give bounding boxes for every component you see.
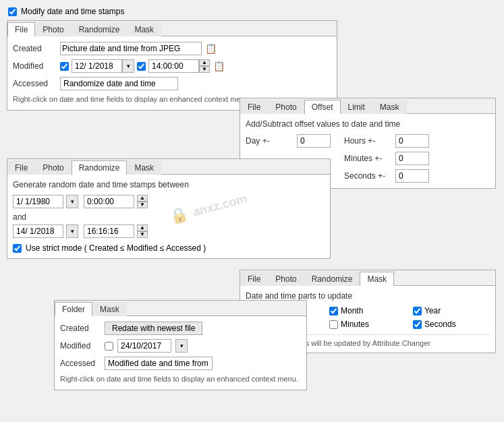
- modified-date-dropdown-btn[interactable]: ▾: [122, 59, 134, 73]
- tab-randomize[interactable]: Randomize: [72, 22, 128, 36]
- modified-time-input[interactable]: [148, 59, 199, 73]
- from-time-input[interactable]: [84, 195, 134, 208]
- modified-time-up[interactable]: ▲: [199, 59, 210, 66]
- generate-text: Generate random date and time stamps bet…: [13, 180, 325, 189]
- folder-hint: Right-click on date and time fields to d…: [60, 374, 301, 384]
- to-time-down[interactable]: ▼: [137, 231, 148, 238]
- offset-col-right: Hours +- Minutes +- Seconds +-: [344, 134, 429, 183]
- tab-folder-folder[interactable]: Folder: [55, 302, 92, 316]
- accessed-input[interactable]: [60, 77, 178, 90]
- modified-time-checkbox[interactable]: [137, 62, 146, 71]
- file-tabs-row: File Photo Randomize Mask: [7, 21, 337, 36]
- folder-panel: Folder Mask Created Redate with newest f…: [54, 300, 307, 390]
- mask-seconds-item: Seconds: [413, 320, 490, 329]
- randomize-tabs-row: File Photo Randomize Mask: [7, 159, 330, 175]
- strict-mode-checkbox[interactable]: [13, 244, 22, 253]
- offset-hours-label: Hours +-: [344, 136, 391, 146]
- and-text: and: [13, 212, 325, 222]
- folder-accessed-label: Accessed: [60, 359, 101, 368]
- from-row: ▾ ▲ ▼: [13, 195, 325, 208]
- mask-minutes-checkbox[interactable]: [329, 320, 338, 329]
- folder-tabs-row: Folder Mask: [55, 301, 306, 316]
- mask-minutes-label: Minutes: [341, 320, 369, 329]
- mask-year-item: Year: [413, 306, 490, 315]
- redate-btn[interactable]: Redate with newest file: [105, 322, 202, 335]
- modified-info-btn[interactable]: 📋: [213, 60, 225, 72]
- from-time-down[interactable]: ▼: [137, 202, 148, 208]
- folder-modified-checkbox[interactable]: [105, 342, 113, 351]
- tab-offset-mask[interactable]: Mask: [372, 100, 407, 114]
- folder-created-label: Created: [60, 324, 101, 333]
- tab-offset-file[interactable]: File: [240, 100, 268, 114]
- modified-checkbox[interactable]: [60, 62, 69, 71]
- created-dropdown-wrapper: Picture date and time from JPEG: [60, 42, 202, 55]
- tab-mask[interactable]: Mask: [127, 22, 161, 36]
- tab-file[interactable]: File: [7, 22, 35, 36]
- created-dropdown[interactable]: Picture date and time from JPEG: [60, 42, 202, 55]
- from-time-up[interactable]: ▲: [137, 195, 148, 202]
- offset-minutes-input[interactable]: [395, 152, 429, 165]
- modify-timestamps-checkbox[interactable]: [8, 7, 17, 16]
- mask-tabs-row: File Photo Randomize Mask: [240, 270, 495, 286]
- modified-time-down[interactable]: ▼: [199, 66, 210, 73]
- offset-day-input[interactable]: [297, 134, 331, 148]
- modify-timestamps-label: Modify date and time stamps: [21, 7, 124, 16]
- offset-title: Add/Subtract offset values to date and t…: [246, 119, 490, 129]
- randomize-panel: File Photo Randomize Mask Generate rando…: [7, 158, 331, 259]
- strict-mode-label: Use strict mode ( Created ≤ Modified ≤ A…: [26, 243, 206, 253]
- folder-accessed-input[interactable]: [105, 357, 213, 370]
- folder-content: Created Redate with newest file Modified…: [55, 316, 306, 390]
- strict-mode-row: Use strict mode ( Created ≤ Modified ≤ A…: [13, 243, 325, 253]
- tab-rand-photo[interactable]: Photo: [35, 160, 71, 175]
- tab-photo[interactable]: Photo: [35, 22, 71, 36]
- tab-mask-photo[interactable]: Photo: [268, 272, 304, 286]
- modified-label: Modified: [13, 61, 60, 71]
- folder-created-row: Created Redate with newest file: [60, 322, 301, 335]
- mask-year-checkbox[interactable]: [413, 307, 422, 315]
- modified-date-input[interactable]: [72, 59, 122, 73]
- tab-rand-file[interactable]: File: [7, 160, 35, 175]
- accessed-row: Accessed: [13, 77, 331, 90]
- offset-seconds-row: Seconds +-: [344, 169, 429, 183]
- offset-day-label: Day +-: [246, 136, 293, 146]
- tab-offset-photo[interactable]: Photo: [268, 100, 304, 114]
- offset-hours-input[interactable]: [395, 134, 429, 148]
- folder-modified-label: Modified: [60, 341, 101, 351]
- from-date-btn[interactable]: ▾: [66, 195, 78, 208]
- tab-rand-randomize[interactable]: Randomize: [72, 160, 128, 175]
- offset-seconds-label: Seconds +-: [344, 171, 391, 181]
- offset-hours-row: Hours +-: [344, 134, 429, 148]
- to-time-input[interactable]: [84, 224, 134, 238]
- tab-folder-mask[interactable]: Mask: [92, 302, 127, 316]
- mask-month-checkbox[interactable]: [329, 307, 338, 315]
- to-date-input[interactable]: [13, 224, 63, 238]
- mask-month-label: Month: [341, 306, 363, 315]
- randomize-content: Generate random date and time stamps bet…: [7, 175, 330, 258]
- from-date-input[interactable]: [13, 195, 63, 208]
- mask-title: Date and time parts to update: [246, 291, 490, 301]
- offset-minutes-label: Minutes +-: [344, 154, 391, 163]
- folder-accessed-row: Accessed: [60, 357, 301, 370]
- to-date-btn[interactable]: ▾: [66, 224, 78, 238]
- to-time-spin: ▲ ▼: [137, 224, 148, 238]
- folder-modified-row: Modified ▾: [60, 339, 301, 353]
- folder-modified-date-btn[interactable]: ▾: [175, 339, 188, 353]
- tab-rand-mask[interactable]: Mask: [127, 160, 161, 175]
- tab-mask-mask[interactable]: Mask: [360, 272, 394, 286]
- created-info-btn[interactable]: 📋: [204, 42, 217, 55]
- offset-seconds-input[interactable]: [395, 169, 429, 183]
- tab-offset-offset[interactable]: Offset: [304, 100, 341, 114]
- tab-mask-file[interactable]: File: [240, 272, 268, 286]
- created-label: Created: [13, 44, 60, 53]
- mask-seconds-label: Seconds: [424, 320, 456, 329]
- tab-offset-limit[interactable]: Limit: [341, 100, 372, 114]
- mask-minutes-item: Minutes: [329, 320, 406, 329]
- modified-row: Modified ▾ ▲ ▼ 📋: [13, 59, 331, 73]
- mask-seconds-checkbox[interactable]: [413, 320, 422, 329]
- mask-year-label: Year: [424, 306, 441, 315]
- tab-mask-randomize[interactable]: Randomize: [304, 272, 360, 286]
- to-time-up[interactable]: ▲: [137, 224, 148, 231]
- folder-modified-date[interactable]: [117, 339, 171, 353]
- mask-month-item: Month: [329, 306, 406, 315]
- offset-day-row: Day +-: [246, 134, 331, 148]
